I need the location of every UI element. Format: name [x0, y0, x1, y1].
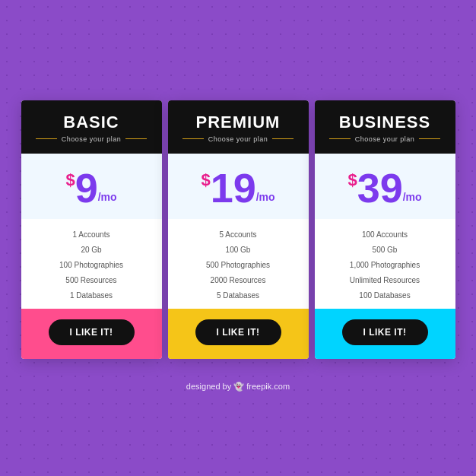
price-dollar-basic: $: [65, 172, 75, 189]
price-period-premium: /mo: [256, 192, 275, 202]
plan-card-business: BUSINESS Choose your plan $ 39 /mo 100 A…: [315, 100, 455, 359]
feature-item-business-2: 1,000 Photographies: [350, 260, 420, 271]
plan-subtitle-basic: Choose your plan: [62, 135, 122, 143]
plan-header-basic: BASIC Choose your plan: [21, 100, 162, 154]
feature-item-basic-0: 1 Accounts: [73, 230, 110, 240]
footer-credit: designed by 👻 freepik.com: [186, 382, 290, 392]
plan-footer-basic: I LIKE IT!: [21, 309, 162, 359]
plan-subtitle-wrapper-basic: Choose your plan: [29, 135, 154, 143]
cta-button-business[interactable]: I LIKE IT!: [342, 319, 428, 345]
plan-line-right-business: [419, 138, 440, 139]
plan-title-basic: BASIC: [29, 114, 154, 131]
plan-line-right-premium: [272, 138, 294, 139]
feature-item-basic-4: 1 Databases: [70, 290, 113, 301]
price-number-basic: 9: [75, 167, 98, 208]
feature-item-premium-4: 5 Databases: [217, 290, 259, 301]
plan-subtitle-wrapper-business: Choose your plan: [322, 135, 448, 143]
feature-item-basic-2: 100 Photographies: [59, 260, 123, 271]
cta-button-premium[interactable]: I LIKE IT!: [195, 319, 281, 345]
plan-price-business: $ 39 /mo: [322, 167, 448, 208]
price-period-basic: /mo: [98, 192, 117, 202]
price-dollar-premium: $: [201, 172, 210, 189]
plan-price-section-premium: $ 19 /mo: [168, 154, 309, 219]
plan-features-basic: 1 Accounts20 Gb100 Photographies500 Reso…: [21, 219, 162, 309]
plan-price-basic: $ 9 /mo: [29, 167, 154, 208]
plan-title-business: BUSINESS: [322, 114, 448, 131]
plan-subtitle-wrapper-premium: Choose your plan: [176, 135, 301, 143]
plan-features-premium: 5 Accounts100 Gb500 Photographies2000 Re…: [168, 219, 309, 309]
plans-container: BASIC Choose your plan $ 9 /mo 1 Account…: [10, 85, 467, 374]
plan-line-left-premium: [182, 138, 204, 139]
cta-button-basic[interactable]: I LIKE IT!: [49, 319, 135, 345]
price-number-business: 39: [357, 167, 403, 208]
feature-item-business-4: 100 Databases: [359, 290, 410, 301]
plan-price-section-basic: $ 9 /mo: [21, 154, 162, 219]
feature-item-basic-3: 500 Resources: [65, 275, 116, 286]
plan-line-left-business: [329, 138, 351, 139]
plan-header-business: BUSINESS Choose your plan: [315, 100, 455, 154]
plan-footer-business: I LIKE IT!: [315, 309, 455, 359]
feature-item-basic-1: 20 Gb: [81, 245, 101, 255]
feature-item-premium-2: 500 Photographies: [206, 260, 270, 271]
plan-price-premium: $ 19 /mo: [176, 167, 301, 208]
feature-item-business-0: 100 Accounts: [362, 230, 408, 240]
price-number-premium: 19: [211, 167, 256, 208]
plan-title-premium: PREMIUM: [176, 114, 301, 131]
plan-footer-premium: I LIKE IT!: [168, 309, 309, 359]
plan-price-section-business: $ 39 /mo: [315, 154, 455, 219]
feature-item-premium-3: 2000 Resources: [211, 275, 266, 286]
plan-line-right-basic: [125, 138, 147, 139]
price-period-business: /mo: [403, 192, 422, 202]
plan-line-left-basic: [36, 138, 57, 139]
feature-item-premium-0: 5 Accounts: [220, 230, 257, 240]
plan-subtitle-premium: Choose your plan: [208, 135, 268, 143]
plan-card-premium: PREMIUM Choose your plan $ 19 /mo 5 Acco…: [168, 100, 309, 359]
plan-header-premium: PREMIUM Choose your plan: [168, 100, 309, 154]
feature-item-premium-1: 100 Gb: [226, 245, 251, 255]
plan-card-basic: BASIC Choose your plan $ 9 /mo 1 Account…: [21, 100, 162, 359]
plan-subtitle-business: Choose your plan: [355, 135, 415, 143]
plan-features-business: 100 Accounts500 Gb1,000 PhotographiesUnl…: [315, 219, 455, 309]
feature-item-business-3: Unlimited Resources: [350, 275, 420, 286]
price-dollar-business: $: [347, 172, 357, 189]
feature-item-business-1: 500 Gb: [373, 245, 398, 255]
